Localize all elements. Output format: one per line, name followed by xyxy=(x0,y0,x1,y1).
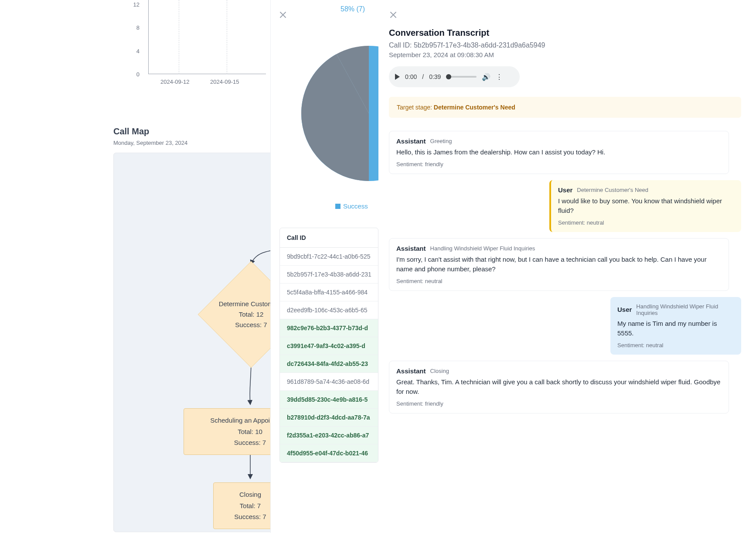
message-sentiment: Sentiment: friendly xyxy=(396,400,722,407)
x-tick: 2024-09-12 xyxy=(160,79,190,85)
message-bubble: UserHandling Windshield Wiper Fluid Inqu… xyxy=(610,297,741,355)
y-tick: 12 xyxy=(133,1,140,8)
callmap-title: Call Map xyxy=(113,126,149,137)
transcript-panel: Conversation Transcript Call ID: 5b2b957… xyxy=(378,0,756,533)
y-tick: 0 xyxy=(136,71,140,78)
table-row[interactable]: d2eed9fb-106c-453c-a6b5-65 xyxy=(280,301,378,319)
table-row[interactable]: 5b2b957f-17e3-4b38-a6dd-231 xyxy=(280,266,378,284)
audio-time-sep: / xyxy=(422,73,424,80)
message-role: User xyxy=(558,186,572,194)
message-text: Hello, this is James from the dealership… xyxy=(396,147,722,157)
volume-icon[interactable]: 🔊 xyxy=(482,73,490,81)
gridline xyxy=(227,0,227,74)
target-stage-banner: Target stage: Determine Customer's Need xyxy=(389,97,741,118)
message-bubble: UserDetermine Customer's NeedI would lik… xyxy=(549,180,741,232)
transcript-timestamp: September 23, 2024 at 09:08:30 AM xyxy=(389,51,741,58)
gridline xyxy=(179,0,179,74)
message-role: Assistant xyxy=(396,367,426,375)
table-row[interactable]: c3991e47-9af3-4c02-a395-d xyxy=(280,337,378,355)
x-axis xyxy=(148,74,266,74)
left-panel: 12 8 4 0 2024-09-12 2024-09-15 Call Map … xyxy=(0,0,270,533)
stage-detail-panel: 58% (7) Success Call ID 9bd9cbf1-7c22-44… xyxy=(270,0,378,533)
table-header-callid: Call ID xyxy=(280,228,378,248)
message-text: I'm sorry, I can't assist with that righ… xyxy=(396,255,722,274)
close-icon[interactable] xyxy=(279,10,287,19)
table-row[interactable]: 982c9e76-b2b3-4377-b73d-d xyxy=(280,319,378,337)
x-tick: 2024-09-15 xyxy=(210,79,239,85)
transcript-call-id: Call ID: 5b2b957f-17e3-4b38-a6dd-231d9a6… xyxy=(389,41,741,49)
message-sentiment: Sentiment: friendly xyxy=(396,161,722,167)
transcript-messages: AssistantGreetingHello, this is James fr… xyxy=(389,131,741,413)
message-text: Great. Thanks, Tim. A technician will gi… xyxy=(396,377,722,397)
table-row[interactable]: 4f50d955-e04f-47dc-b021-46 xyxy=(280,444,378,462)
message-bubble: AssistantClosingGreat. Thanks, Tim. A te… xyxy=(389,361,729,413)
message-stage: Greeting xyxy=(430,138,452,144)
audio-player[interactable]: 0:00 / 0:39 🔊 ⋮ xyxy=(389,66,520,87)
play-icon[interactable] xyxy=(395,74,400,80)
table-row[interactable]: 961d8789-5a74-4c36-ae08-6d xyxy=(280,373,378,391)
table-row[interactable]: f2d355a1-e203-42cc-ab86-a7 xyxy=(280,427,378,444)
message-stage: Determine Customer's Need xyxy=(577,187,648,193)
message-role: Assistant xyxy=(396,245,426,252)
node-total: Total: 12 xyxy=(239,309,264,320)
message-bubble: AssistantGreetingHello, this is James fr… xyxy=(389,131,729,174)
transcript-title: Conversation Transcript xyxy=(389,28,741,38)
message-role: Assistant xyxy=(396,137,426,145)
table-row[interactable]: dc726434-84fa-4fd2-ab55-23 xyxy=(280,355,378,373)
audio-seek-track[interactable] xyxy=(446,76,477,78)
message-sentiment: Sentiment: neutral xyxy=(617,342,734,348)
table-row[interactable]: 5c5f4a8a-bffa-4155-a466-984 xyxy=(280,284,378,301)
message-sentiment: Sentiment: neutral xyxy=(558,219,734,226)
pie-slice-label: 58% (7) xyxy=(341,5,365,13)
message-sentiment: Sentiment: neutral xyxy=(396,278,722,284)
close-icon[interactable] xyxy=(389,10,398,19)
table-row[interactable]: b278910d-d2f3-4dcd-aa78-7a xyxy=(280,409,378,427)
y-axis xyxy=(148,0,149,74)
message-bubble: AssistantHandling Windshield Wiper Fluid… xyxy=(389,238,729,291)
message-text: I would like to buy some. You know that … xyxy=(558,196,734,216)
y-tick: 8 xyxy=(136,24,140,31)
call-id-table: Call ID 9bd9cbf1-7c22-44c1-a0b6-5255b2b9… xyxy=(279,228,378,463)
node-success: Success: 7 xyxy=(235,320,267,330)
target-stage-value: Determine Customer's Need xyxy=(434,104,515,111)
message-stage: Closing xyxy=(430,368,449,374)
table-row[interactable]: 39dd5d85-230c-4e9b-a816-5 xyxy=(280,391,378,409)
pie-legend: Success xyxy=(335,202,368,210)
legend-swatch xyxy=(335,204,341,209)
legend-label: Success xyxy=(343,202,368,210)
target-stage-prefix: Target stage: xyxy=(397,104,434,111)
message-stage: Handling Windshield Wiper Fluid Inquirie… xyxy=(430,245,535,252)
callmap-subtitle: Monday, September 23, 2024 xyxy=(113,140,187,146)
message-role: User xyxy=(617,306,632,313)
message-text: My name is Tim and my number is 5555. xyxy=(617,319,734,338)
audio-time-current: 0:00 xyxy=(405,73,417,80)
y-tick: 4 xyxy=(136,48,140,55)
kebab-icon[interactable]: ⋮ xyxy=(496,73,503,81)
table-row[interactable]: 9bd9cbf1-7c22-44c1-a0b6-525 xyxy=(280,248,378,266)
mini-line-chart: 12 8 4 0 2024-09-12 2024-09-15 xyxy=(126,0,266,87)
message-stage: Handling Windshield Wiper Fluid Inquirie… xyxy=(636,303,734,316)
audio-time-total: 0:39 xyxy=(429,73,441,80)
